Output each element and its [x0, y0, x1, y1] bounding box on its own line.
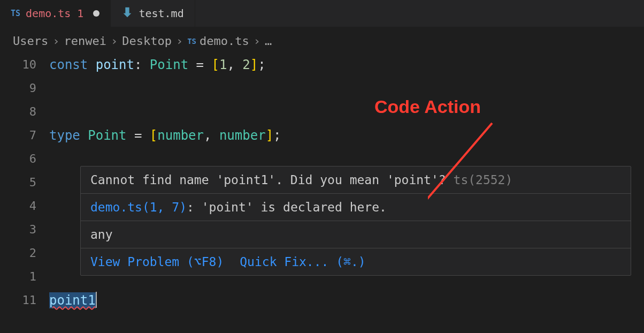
typescript-icon: TS [187, 37, 196, 46]
line-number: 7 [0, 124, 49, 147]
breadcrumb-ellipsis[interactable]: … [265, 34, 272, 48]
token: point [96, 57, 134, 72]
token: type [49, 128, 80, 143]
line-number: 6 [0, 147, 49, 171]
token: point1 [49, 292, 96, 308]
line-number: 11 [0, 289, 49, 312]
declared-text: : 'point' is declared here. [187, 200, 387, 214]
tab-problem-count: 1 [77, 7, 83, 20]
cursor [96, 292, 97, 308]
breadcrumb-segment[interactable]: renwei [64, 34, 106, 48]
token: number [219, 128, 266, 143]
line-number: 1 [0, 265, 49, 289]
token: = [188, 57, 211, 72]
code-content[interactable]: type Point = [number, number]; [49, 124, 644, 147]
line-number: 4 [0, 194, 49, 218]
token: , [227, 57, 242, 72]
tooltip-type-info: any [81, 221, 631, 248]
tab-test-md[interactable]: test.md [111, 0, 195, 27]
line-number: 10 [0, 53, 49, 77]
dirty-indicator-icon [93, 10, 99, 17]
token: 1 [219, 57, 227, 72]
code-line[interactable]: 8 [0, 100, 644, 124]
quick-fix-button[interactable]: Quick Fix... (⌘.) [240, 255, 365, 269]
token: ] [266, 128, 273, 143]
token: ; [258, 57, 265, 72]
token: = [127, 128, 150, 143]
tooltip-declared-here: demo.ts(1, 7): 'point' is declared here. [81, 194, 631, 221]
breadcrumb-segment[interactable]: Desktop [122, 34, 172, 48]
type-text: any [90, 228, 113, 241]
typescript-icon: TS [11, 9, 20, 18]
token [88, 57, 95, 72]
token: number [157, 128, 204, 143]
code-line[interactable]: 7type Point = [number, number]; [0, 124, 644, 147]
code-line[interactable]: 11point1 [0, 289, 644, 312]
line-number: 5 [0, 171, 49, 194]
token: ] [250, 57, 258, 72]
token: : [134, 57, 150, 72]
token: ; [273, 128, 281, 143]
hover-tooltip: Cannot find name 'point1'. Did you mean … [80, 166, 631, 276]
breadcrumb-segment[interactable]: Users [13, 34, 48, 48]
tab-demo-ts[interactable]: TS demo.ts 1 [0, 0, 111, 27]
breadcrumb[interactable]: Users › renwei › Desktop › TS demo.ts › … [0, 27, 644, 53]
error-code: ts(2552) [454, 173, 513, 187]
token: 2 [242, 57, 250, 72]
tooltip-error-message: Cannot find name 'point1'. Did you mean … [81, 166, 631, 194]
line-number: 3 [0, 218, 49, 241]
tabs-container: TS demo.ts 1 test.md [0, 0, 644, 27]
tab-filename: demo.ts [26, 7, 71, 20]
breadcrumb-file[interactable]: demo.ts [200, 34, 249, 48]
token: [ [150, 128, 157, 143]
code-content[interactable]: const point: Point = [1, 2]; [49, 53, 644, 77]
markdown-icon [121, 6, 133, 21]
code-line[interactable]: 10const point: Point = [1, 2]; [0, 53, 644, 77]
line-number: 2 [0, 241, 49, 265]
token: , [204, 128, 219, 143]
chevron-right-icon: › [52, 34, 59, 48]
line-number: 9 [0, 77, 49, 100]
view-problem-button[interactable]: View Problem (⌥F8) [90, 255, 224, 269]
declared-link[interactable]: demo.ts(1, 7) [90, 200, 187, 214]
token: [ [211, 57, 219, 72]
token: const [49, 57, 88, 72]
token: Point [88, 128, 126, 143]
chevron-right-icon: › [176, 34, 183, 48]
line-number: 8 [0, 100, 49, 124]
code-line[interactable]: 9 [0, 77, 644, 100]
tab-filename: test.md [139, 7, 183, 20]
chevron-right-icon: › [111, 34, 118, 48]
tooltip-actions: View Problem (⌥F8) Quick Fix... (⌘.) [81, 248, 631, 275]
code-content[interactable]: point1 [49, 289, 644, 312]
token [80, 128, 88, 143]
chevron-right-icon: › [254, 34, 260, 48]
error-text: Cannot find name 'point1'. Did you mean … [90, 173, 446, 187]
token: Point [150, 57, 188, 72]
